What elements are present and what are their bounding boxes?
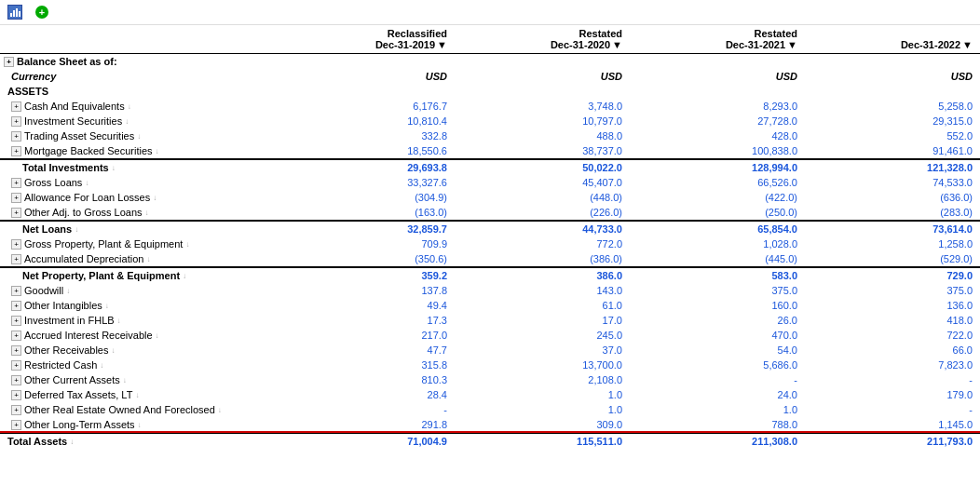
expand-icon[interactable]: + [11, 116, 21, 127]
sort-icon[interactable]: ↓ [125, 117, 129, 126]
expand-icon[interactable]: + [11, 239, 21, 250]
sort-icon[interactable]: ↓ [105, 302, 109, 310]
col1-header: Reclassified Dec-31-2019 ▼ [279, 25, 455, 54]
sort-icon[interactable]: ↓ [145, 209, 149, 217]
row-value-col1: 709.9 [279, 236, 455, 251]
row-value-col2: USD [455, 69, 630, 84]
expand-icon[interactable]: + [11, 193, 21, 203]
sort-icon[interactable]: ↓ [100, 361, 103, 370]
row-value-col4: 722.0 [805, 328, 980, 343]
table-row: +Balance Sheet as of: [0, 54, 980, 70]
expand-icon[interactable]: + [11, 316, 21, 326]
sort-icon[interactable]: ↓ [137, 132, 141, 141]
sort-icon[interactable]: ↓ [128, 102, 131, 111]
sort-icon[interactable]: ↓ [185, 240, 189, 249]
expand-icon[interactable]: + [11, 208, 21, 218]
col2-header: Restated Dec-31-2020 ▼ [455, 25, 630, 54]
expand-icon[interactable]: + [11, 254, 21, 264]
table-row: +Accrued Interest Receivable↓217.0245.04… [0, 328, 980, 343]
sort-icon[interactable]: ↓ [66, 287, 70, 295]
row-value-col2 [455, 54, 630, 70]
row-value-col4: 375.0 [805, 283, 980, 298]
row-value-col2 [455, 84, 630, 99]
expand-icon[interactable]: + [11, 286, 21, 296]
row-label-text: Cash And Equivalents [24, 101, 125, 112]
row-value-col4: USD [805, 69, 980, 84]
sort-icon[interactable]: ↓ [218, 406, 222, 414]
sort-icon[interactable]: ↓ [112, 164, 116, 172]
row-label-text: Net Property, Plant & Equipment [22, 270, 180, 281]
row-label: +Other Intangibles↓ [0, 298, 279, 313]
row-label-text: Other Adj. to Gross Loans [24, 207, 143, 218]
svg-rect-1 [13, 10, 15, 17]
col3-dropdown[interactable]: ▼ [787, 39, 797, 50]
row-value-col4: 136.0 [805, 298, 980, 313]
table-row: +Other Receivables↓47.737.054.066.0 [0, 343, 980, 358]
expand-icon[interactable]: + [11, 405, 21, 415]
expand-icon[interactable]: + [11, 331, 21, 341]
expand-icon[interactable]: + [11, 375, 21, 385]
expand-icon[interactable]: + [11, 360, 21, 371]
sort-icon[interactable]: ↓ [112, 346, 116, 355]
add-data-btn[interactable]: + [35, 6, 52, 19]
row-value-col2: (226.0) [455, 205, 630, 221]
col4-dropdown[interactable]: ▼ [962, 39, 973, 50]
row-value-col3: 26.0 [630, 313, 805, 328]
row-value-col4: 66.0 [805, 343, 980, 358]
row-value-col3: 470.0 [630, 328, 805, 343]
row-value-col4: - [805, 402, 980, 417]
row-label-text: Gross Property, Plant & Equipment [24, 238, 183, 250]
sort-icon[interactable]: ↓ [70, 438, 74, 446]
balance-sheet-table: Reclassified Dec-31-2019 ▼ Restated Dec-… [0, 25, 980, 449]
row-value-col2: 61.0 [455, 298, 630, 313]
row-value-col1: USD [279, 69, 455, 84]
row-label: +Investment Securities↓ [0, 114, 279, 128]
expand-icon[interactable]: + [11, 131, 21, 142]
row-value-col1: 315.8 [279, 358, 455, 372]
expand-icon[interactable]: + [11, 146, 21, 156]
sort-icon[interactable]: ↓ [153, 194, 157, 202]
row-value-col1: 49.4 [279, 298, 455, 313]
expand-icon[interactable]: + [11, 390, 21, 400]
expand-icon[interactable]: + [11, 301, 21, 311]
row-label: +Restricted Cash↓ [0, 358, 279, 372]
sort-icon[interactable]: ↓ [156, 331, 159, 340]
sort-icon[interactable]: ↓ [156, 147, 159, 155]
row-label: +Deferred Tax Assets, LT↓ [0, 387, 279, 402]
expand-icon[interactable]: + [11, 178, 21, 188]
expand-icon[interactable]: + [11, 345, 21, 356]
row-value-col1: 10,810.4 [279, 114, 455, 128]
row-value-col4 [805, 84, 980, 99]
row-value-col3: 788.0 [630, 417, 805, 433]
row-label: +Other Receivables↓ [0, 343, 279, 358]
col2-dropdown[interactable]: ▼ [612, 39, 622, 50]
sort-icon[interactable]: ↓ [123, 376, 127, 385]
sort-icon[interactable]: ↓ [135, 391, 139, 399]
chart-selected-btn[interactable] [7, 5, 26, 20]
row-label-text: Other Long-Term Assets [24, 419, 135, 430]
row-value-col4: 418.0 [805, 313, 980, 328]
expand-icon[interactable]: + [11, 101, 21, 112]
expand-icon[interactable]: + [11, 420, 21, 430]
table-row: Net Loans↓32,859.744,733.065,854.073,614… [0, 221, 980, 236]
table-row: +Investment in FHLB↓17.317.026.0418.0 [0, 313, 980, 328]
sort-icon[interactable]: ↓ [75, 225, 78, 234]
row-label-text: Currency [11, 71, 56, 82]
row-value-col2: 3,748.0 [455, 99, 630, 114]
expand-icon[interactable]: + [4, 57, 14, 67]
row-value-col3: 24.0 [630, 387, 805, 402]
chart-icon [7, 5, 22, 20]
sort-icon[interactable]: ↓ [183, 272, 186, 280]
row-value-col2: 50,022.0 [455, 159, 630, 175]
row-value-col4: 74,533.0 [805, 175, 980, 190]
sort-icon[interactable]: ↓ [117, 317, 121, 325]
row-value-col1: 291.8 [279, 417, 455, 433]
sort-icon[interactable]: ↓ [146, 255, 150, 263]
row-value-col3: - [630, 372, 805, 387]
row-value-col2: 115,511.0 [455, 433, 630, 449]
sort-icon[interactable]: ↓ [138, 421, 142, 429]
sort-icon[interactable]: ↓ [85, 179, 88, 187]
col1-dropdown[interactable]: ▼ [437, 39, 447, 50]
row-label-text: Other Current Assets [24, 374, 120, 385]
row-label: Total Investments↓ [0, 159, 279, 175]
